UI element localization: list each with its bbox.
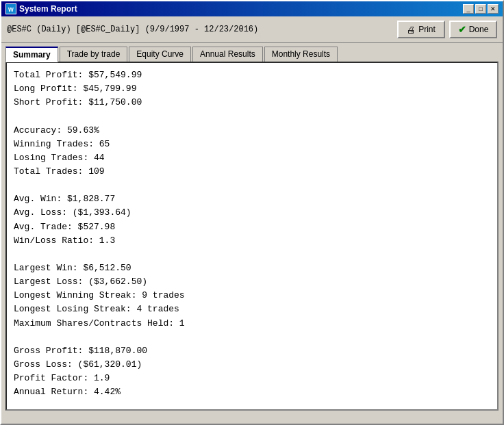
title-bar: w System Report _ □ ✕ [1,1,503,16]
done-button[interactable]: ✔ Done [449,21,497,38]
checkmark-icon: ✔ [458,24,466,35]
tab-trade-by-trade[interactable]: Trade by trade [60,47,128,62]
tab-annual-results[interactable]: Annual Results [192,47,263,62]
summary-content-area[interactable]: Total Profit: $57,549.99 Long Profit: $4… [5,62,499,411]
title-controls: _ □ ✕ [463,4,499,14]
close-button[interactable]: ✕ [488,4,499,14]
tab-summary[interactable]: Summary [5,47,58,62]
minimize-button[interactable]: _ [463,4,474,14]
maximize-button[interactable]: □ [475,4,486,14]
app-icon: w [5,3,16,14]
print-label: Print [418,25,436,34]
main-window: w System Report _ □ ✕ @ES#C (Daily) [@ES… [0,0,504,425]
tab-monthly-results[interactable]: Monthly Results [264,47,338,62]
system-info: @ES#C (Daily) [@ES#C_Daily] (9/9/1997 - … [7,25,258,34]
printer-icon: 🖨 [407,25,416,35]
print-button[interactable]: 🖨 Print [397,21,445,38]
tabs-bar: Summary Trade by trade Equity Curve Annu… [1,43,503,62]
window-title: System Report [19,4,77,14]
tab-equity-curve[interactable]: Equity Curve [129,47,191,62]
toolbar-buttons: 🖨 Print ✔ Done [397,21,497,38]
done-label: Done [469,25,489,34]
title-bar-left: w System Report [5,3,77,14]
summary-text: Total Profit: $57,549.99 Long Profit: $4… [14,68,490,411]
toolbar: @ES#C (Daily) [@ES#C_Daily] (9/9/1997 - … [1,16,503,43]
